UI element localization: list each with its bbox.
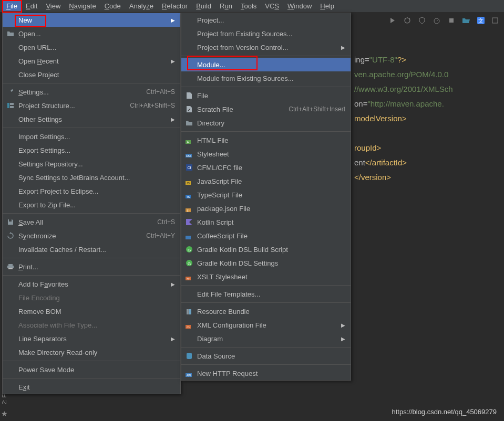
menu-remove-bom[interactable]: Remove BOM xyxy=(3,304,180,318)
svg-text:H: H xyxy=(187,141,189,144)
menu-run[interactable]: Run xyxy=(215,1,236,11)
new-diagram[interactable]: Diagram▶ xyxy=(181,332,351,345)
code-line: //www.w3.org/2001/XMLSch xyxy=(354,82,504,97)
new-http-request[interactable]: API New HTTP Request xyxy=(181,366,351,380)
menu-new[interactable]: New▶ xyxy=(3,13,180,27)
new-project-existing[interactable]: Project from Existing Sources... xyxy=(181,27,351,40)
svg-rect-12 xyxy=(10,106,14,108)
svg-rect-16 xyxy=(8,268,13,269)
new-typescript[interactable]: TS TypeScript File xyxy=(181,188,351,202)
profiler-icon[interactable] xyxy=(433,16,441,25)
kotlin-icon xyxy=(184,218,194,226)
menu-print[interactable]: Print... xyxy=(3,260,180,273)
code-line: modelVersion> xyxy=(354,111,504,126)
menu-navigate[interactable]: Navigate xyxy=(65,1,100,11)
menu-code[interactable]: Code xyxy=(100,1,125,11)
new-file[interactable]: File xyxy=(181,89,351,102)
menu-project-structure[interactable]: Project Structure...Ctrl+Alt+Shift+S xyxy=(3,99,180,112)
menu-export-settings[interactable]: Export Settings... xyxy=(3,143,180,157)
menu-refactor[interactable]: Refactor xyxy=(158,1,192,11)
scratch-icon xyxy=(184,105,194,113)
new-module-existing[interactable]: Module from Existing Sources... xyxy=(181,71,351,85)
menu-separator xyxy=(3,83,180,83)
new-gradle-settings[interactable]: G Gradle Kotlin DSL Settings xyxy=(181,256,351,270)
new-resource-bundle[interactable]: Resource Bundle xyxy=(181,304,351,318)
menu-settings-repo[interactable]: Settings Repository... xyxy=(3,157,180,171)
menu-exit[interactable]: Exit xyxy=(3,380,180,394)
menu-file[interactable]: File xyxy=(2,1,22,11)
menu-separator xyxy=(3,128,180,128)
menu-sync-settings[interactable]: Sync Settings to JetBrains Account... xyxy=(3,171,180,184)
menu-export-eclipse[interactable]: Export Project to Eclipse... xyxy=(3,184,180,198)
coverage-icon[interactable] xyxy=(418,16,426,25)
new-gradle-build[interactable]: G Gradle Kotlin DSL Build Script xyxy=(181,243,351,256)
new-javascript[interactable]: JS JavaScript File xyxy=(181,174,351,188)
menu-save-all[interactable]: Save AllCtrl+S xyxy=(3,215,180,229)
new-html[interactable]: H HTML File xyxy=(181,133,351,147)
structure-icon xyxy=(6,101,15,110)
debug-icon[interactable] xyxy=(403,16,412,25)
more-icon[interactable] xyxy=(491,16,500,25)
new-package-json[interactable]: { } package.json File xyxy=(181,202,351,215)
svg-text:CSS: CSS xyxy=(186,154,192,157)
new-kotlin-script[interactable]: Kotlin Script xyxy=(181,215,351,229)
xslt-icon: <> xyxy=(184,272,194,281)
folder-open-icon[interactable] xyxy=(462,16,470,25)
new-project[interactable]: Project... xyxy=(181,13,351,27)
menu-open[interactable]: Open... xyxy=(3,27,180,40)
print-icon xyxy=(6,262,15,271)
menu-line-separators[interactable]: Line Separators▶ xyxy=(3,332,180,345)
menu-close-project[interactable]: Close Project xyxy=(3,68,180,81)
gradle-icon: G xyxy=(184,245,194,254)
run-icon[interactable] xyxy=(388,16,397,25)
menu-tools[interactable]: Tools xyxy=(236,1,261,11)
translate-icon[interactable]: 文 xyxy=(477,16,485,25)
menu-build[interactable]: Build xyxy=(192,1,215,11)
menu-view[interactable]: View xyxy=(42,1,65,11)
menu-help[interactable]: Help xyxy=(316,1,338,11)
new-coffeescript[interactable]: CoffeeScript File xyxy=(181,229,351,243)
menu-add-favorites[interactable]: Add to Favorites▶ xyxy=(3,277,180,291)
menu-invalidate[interactable]: Invalidate Caches / Restart... xyxy=(3,243,180,256)
new-module[interactable]: Module... xyxy=(181,58,351,71)
svg-text:Cf: Cf xyxy=(188,166,191,170)
menu-file-encoding: File Encoding xyxy=(3,291,180,304)
folder-icon xyxy=(6,29,15,38)
menu-other-settings[interactable]: Other Settings▶ xyxy=(3,112,180,126)
new-data-source[interactable]: Data Source xyxy=(181,349,351,363)
new-scratch[interactable]: Scratch FileCtrl+Alt+Shift+Insert xyxy=(181,102,351,116)
menu-separator xyxy=(181,364,351,365)
menu-open-recent[interactable]: Open Recent▶ xyxy=(3,54,180,68)
api-icon: API xyxy=(184,369,194,377)
star-icon[interactable]: ★ xyxy=(1,409,8,418)
folder-icon xyxy=(184,119,194,127)
new-xml-config[interactable]: <> XML Configuration File▶ xyxy=(181,318,351,332)
code-line: ven.apache.org/POM/4.0.0 xyxy=(354,67,504,82)
menu-power-save[interactable]: Power Save Mode xyxy=(3,363,180,376)
menu-window[interactable]: Window xyxy=(283,1,316,11)
svg-rect-36 xyxy=(187,309,189,314)
bundle-icon xyxy=(184,307,194,315)
new-xslt[interactable]: <> XSLT Stylesheet xyxy=(181,270,351,283)
svg-text:<>: <> xyxy=(187,277,190,280)
menu-separator xyxy=(181,131,351,132)
new-cfml[interactable]: Cf CFML/CFC file xyxy=(181,161,351,174)
menu-edit[interactable]: Edit xyxy=(22,1,42,11)
menu-separator xyxy=(181,302,351,303)
new-directory[interactable]: Directory xyxy=(181,116,351,130)
menu-read-only[interactable]: Make Directory Read-only xyxy=(3,345,180,359)
menu-import-settings[interactable]: Import Settings... xyxy=(3,130,180,143)
menu-export-zip[interactable]: Export to Zip File... xyxy=(3,198,180,212)
new-stylesheet[interactable]: CSS Stylesheet xyxy=(181,147,351,161)
menu-vcs[interactable]: VCS xyxy=(261,1,283,11)
menu-separator xyxy=(3,275,180,276)
stop-icon[interactable] xyxy=(447,16,456,25)
menu-analyze[interactable]: Analyze xyxy=(125,1,158,11)
new-edit-templates[interactable]: Edit File Templates... xyxy=(181,287,351,301)
svg-text:G: G xyxy=(188,248,191,252)
sync-icon xyxy=(6,231,15,240)
menu-settings[interactable]: Settings...Ctrl+Alt+S xyxy=(3,85,180,99)
new-project-vcs[interactable]: Project from Version Control...▶ xyxy=(181,40,351,54)
menu-open-url[interactable]: Open URL... xyxy=(3,40,180,54)
menu-synchronize[interactable]: SynchronizeCtrl+Alt+Y xyxy=(3,229,180,243)
